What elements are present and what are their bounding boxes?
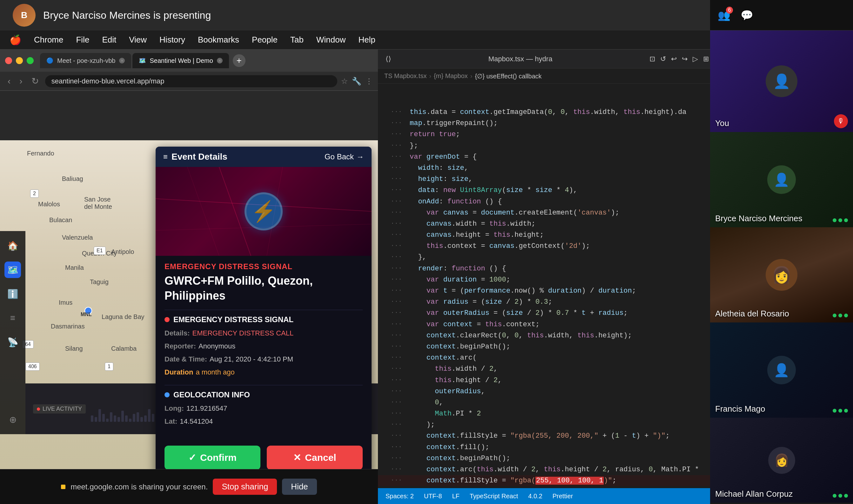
road-badge-406: 406 xyxy=(25,362,40,371)
menu-help[interactable]: Help xyxy=(358,35,375,45)
map-area[interactable]: Fernando Baliuag Malolos San Josedel Mon… xyxy=(0,140,378,469)
status-encoding: UTF-8 xyxy=(424,492,442,500)
menu-bookmarks[interactable]: Bookmarks xyxy=(198,35,239,45)
bryce-avatar: 👤 xyxy=(767,165,796,194)
extension-icon[interactable]: 🔧 xyxy=(352,77,361,86)
video-header-icons: 👥 6 💬 xyxy=(718,9,753,21)
hide-button[interactable]: Hide xyxy=(282,479,317,495)
code-line: ··· 0, xyxy=(378,397,716,408)
detail-value-duration: a month ago xyxy=(196,367,234,377)
video-tile-aletheia: 👩 Aletheia del Rosario xyxy=(710,227,853,322)
bookmark-icon[interactable]: ☆ xyxy=(341,77,348,86)
emergency-label: EMERGENCY DISTRESS SIGNAL xyxy=(164,262,363,271)
apple-menu[interactable]: 🍎 xyxy=(10,34,21,46)
code-line: ··· var context = this.context; xyxy=(378,319,716,330)
cancel-label: Cancel xyxy=(305,452,336,463)
tab-seantinel-close[interactable]: × xyxy=(217,58,223,64)
detail-dot-blue xyxy=(164,392,170,397)
code-line: ··· return true; xyxy=(378,129,716,140)
map-label-laguna: Laguna de Bay xyxy=(102,313,144,321)
close-button[interactable] xyxy=(5,57,12,64)
map-label-calamba: Calamba xyxy=(111,345,137,352)
cancel-button[interactable]: ✕ Cancel xyxy=(267,446,363,469)
reload-button[interactable]: ↻ xyxy=(29,75,41,88)
map-label-fernando: Fernando xyxy=(27,150,54,157)
menu-chrome[interactable]: Chrome xyxy=(34,35,63,45)
location-label-mni: MNL xyxy=(81,312,92,318)
bryce-name-label: Bryce Narciso Mercines xyxy=(715,214,802,223)
status-line-ending: LF xyxy=(452,492,459,500)
map-label-imus: Imus xyxy=(59,299,72,306)
participants-icon[interactable]: 👥 6 xyxy=(718,9,730,21)
back-button[interactable]: ‹ xyxy=(5,75,13,88)
video-sidebar: 👥 6 💬 👤 🎙 You 👤 Bryce Narciso Mercines xyxy=(710,0,853,504)
video-tile-you: 👤 🎙 You xyxy=(710,31,853,132)
stop-sharing-button[interactable]: Stop sharing xyxy=(213,479,277,495)
refresh-icon[interactable]: ↺ xyxy=(660,55,666,63)
sidebar-info[interactable]: ℹ️ xyxy=(4,286,21,302)
you-avatar: 👤 xyxy=(766,66,797,97)
tab-meet[interactable]: 🔵 Meet - poe-xzuh-vbb × xyxy=(40,53,131,68)
undo-icon[interactable]: ↩ xyxy=(671,55,677,63)
split-view-icon[interactable]: ⊡ xyxy=(649,55,655,63)
go-back-button[interactable]: Go Back → xyxy=(325,152,364,161)
status-formatter: Prettier xyxy=(553,492,573,500)
code-line-highlighted: ··· context.fillStyle = "rgba(255, 100, … xyxy=(378,475,716,486)
sidebar-signal[interactable]: 📡 xyxy=(4,334,21,350)
detail-row-datetime: Date & Time: Aug 21, 2020 - 4:42:10 PM xyxy=(164,354,363,364)
code-line: ··· context.beginPath(); xyxy=(378,453,716,464)
panel-icon[interactable]: ⊞ xyxy=(703,55,709,63)
sidebar-home[interactable]: 🏠 xyxy=(4,237,21,254)
maximize-button[interactable] xyxy=(27,57,34,64)
play-icon[interactable]: ▷ xyxy=(693,55,698,63)
map-label-manila: Manila xyxy=(65,264,84,271)
menu-file[interactable]: File xyxy=(76,35,89,45)
francis-talking-indicator xyxy=(833,409,848,413)
new-tab-button[interactable]: + xyxy=(233,54,245,67)
more-icon[interactable]: ⋮ xyxy=(365,77,373,86)
menu-view[interactable]: View xyxy=(129,35,147,45)
chat-icon[interactable]: 💬 xyxy=(741,9,753,21)
menu-window[interactable]: Window xyxy=(316,35,346,45)
mic-off-icon: 🎙 xyxy=(834,114,848,128)
code-line: ··· var duration = 1000; xyxy=(378,274,716,285)
live-badge: LIVE ACTIVITY xyxy=(33,404,86,414)
map-label-dasmarinas: Dasmarinas xyxy=(51,323,85,330)
live-label: LIVE ACTIVITY xyxy=(42,406,82,412)
detail-dot-red xyxy=(164,317,170,322)
event-detail-panel: ≡ Event Details Go Back → xyxy=(156,147,371,469)
confirm-button[interactable]: ✓ Confirm xyxy=(164,446,260,469)
tab-meet-close[interactable]: × xyxy=(119,58,125,64)
detail-value-datetime: Aug 21, 2020 - 4:42:10 PM xyxy=(210,354,293,364)
code-line: ··· ); xyxy=(378,419,716,430)
sidebar-map[interactable]: 🗺️ xyxy=(4,262,21,278)
sidebar-layers[interactable]: ⊕ xyxy=(4,411,21,428)
code-line: ··· var radius = (size / 2) * 0.3; xyxy=(378,296,716,308)
tab-seantinel[interactable]: 🗺️ Seantinel Web | Demo × xyxy=(133,53,229,68)
sharing-text: meet.google.com is sharing your screen. xyxy=(70,482,208,491)
breadcrumb-component: {m} Mapbox xyxy=(434,72,468,80)
detail-value-details: EMERGENCY DISTRESS CALL xyxy=(192,328,293,338)
map-label-silang: Silang xyxy=(65,345,83,352)
menu-people[interactable]: People xyxy=(252,35,278,45)
code-line: ··· outerRadius, xyxy=(378,386,716,397)
redo-icon[interactable]: ↪ xyxy=(682,55,687,63)
minimize-button[interactable] xyxy=(16,57,23,64)
menu-tab[interactable]: Tab xyxy=(290,35,303,45)
menu-edit[interactable]: Edit xyxy=(102,35,116,45)
code-line: ··· }, xyxy=(378,252,716,263)
code-content: ··· this.data = context.getImageData(0, … xyxy=(378,103,716,488)
participant-count-badge: 6 xyxy=(726,7,733,14)
menu-history[interactable]: History xyxy=(159,35,185,45)
you-name-label: You xyxy=(715,119,729,128)
code-line: ··· width: size, xyxy=(378,162,716,174)
forward-button[interactable]: › xyxy=(17,75,25,88)
road-badge-E1: E1 xyxy=(94,247,106,255)
aletheia-avatar: 👩 xyxy=(766,259,797,291)
sidebar-list[interactable]: ≡ xyxy=(4,310,21,326)
breadcrumb-sep-2: › xyxy=(470,72,472,80)
url-input[interactable] xyxy=(45,75,337,87)
code-status-bar: Spaces: 2 UTF-8 LF TypeScript React 4.0.… xyxy=(378,488,716,504)
michael-avatar: 👩 xyxy=(768,447,795,474)
francis-name-label: Francis Mago xyxy=(715,404,765,414)
